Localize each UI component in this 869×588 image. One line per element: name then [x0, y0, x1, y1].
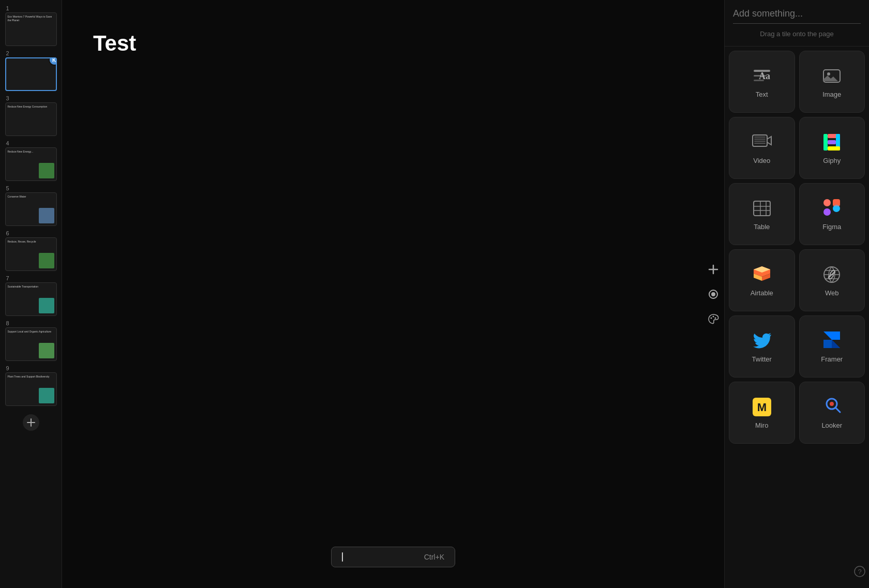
- tile-text[interactable]: Aa Text: [729, 51, 795, 113]
- svg-point-5: [711, 292, 715, 296]
- slide-thumb-text: Eco Warriors 7 Powerful Ways to Save the…: [6, 13, 56, 46]
- image-icon: [821, 66, 842, 86]
- slide-item[interactable]: 1Eco Warriors 7 Powerful Ways to Save th…: [5, 5, 57, 46]
- slide-thumb-text: Reduce New Energy Consumption: [6, 103, 56, 135]
- figma-icon: [822, 198, 841, 219]
- slide-thumbnail-image: [39, 208, 54, 223]
- looker-icon: [821, 397, 842, 417]
- tile-figma[interactable]: Figma: [799, 183, 865, 245]
- tile-airtable[interactable]: Airtable: [729, 249, 795, 311]
- tile-looker[interactable]: Looker: [799, 382, 865, 444]
- svg-rect-24: [828, 146, 840, 150]
- slide-item[interactable]: 7Sustainable Transportation: [5, 275, 57, 316]
- slide-thumbnail[interactable]: K: [5, 57, 57, 91]
- tile-video[interactable]: Video: [729, 117, 795, 179]
- svg-point-8: [715, 317, 716, 319]
- slide-item[interactable]: 8Support Local and Organic Agriculture: [5, 320, 57, 361]
- right-toolbar: [705, 261, 722, 327]
- slide-thumbnail[interactable]: Reduce New Energy...: [5, 147, 57, 181]
- figma-label: Figma: [822, 223, 841, 231]
- svg-rect-31: [823, 208, 831, 216]
- tile-twitter[interactable]: Twitter: [729, 315, 795, 378]
- slide-thumbnail[interactable]: Plant Trees and Support Biodiversity: [5, 372, 57, 406]
- help-button[interactable]: ?: [853, 565, 866, 578]
- slide-number: 1: [5, 5, 57, 11]
- slide-thumbnail[interactable]: Sustainable Transportation: [5, 282, 57, 316]
- add-something-search[interactable]: [733, 8, 861, 24]
- airtable-label: Airtable: [751, 289, 773, 297]
- video-label: Video: [753, 157, 770, 164]
- slide-thumbnail-image: [39, 253, 54, 268]
- svg-point-43: [830, 402, 834, 406]
- slide-thumbnail[interactable]: Reduce New Energy Consumption: [5, 102, 57, 136]
- tile-miro[interactable]: M Miro: [729, 382, 795, 444]
- svg-rect-25: [754, 201, 770, 216]
- add-slide-button[interactable]: [23, 414, 39, 431]
- add-tiles-panel: Drag a tile onto the page Aa Text Image …: [724, 0, 869, 588]
- svg-rect-18: [754, 141, 766, 142]
- slide-item[interactable]: 6Reduce, Reuse, Recycle: [5, 230, 57, 271]
- slide-title: Test: [93, 31, 136, 56]
- slide-thumbnail-image: [39, 388, 54, 403]
- twitter-icon: [752, 330, 772, 351]
- web-icon: [821, 264, 842, 285]
- command-shortcut: Ctrl+K: [424, 553, 444, 561]
- slide-number: 5: [5, 185, 57, 191]
- miro-icon: M: [752, 397, 772, 417]
- airtable-icon: [752, 264, 772, 285]
- framer-icon: [822, 330, 841, 351]
- svg-point-14: [827, 72, 830, 76]
- giphy-icon: [821, 132, 842, 153]
- giphy-label: Giphy: [823, 157, 841, 164]
- svg-rect-19: [754, 143, 766, 144]
- svg-point-6: [711, 317, 712, 319]
- slide-thumbnail[interactable]: Reduce, Reuse, Recycle: [5, 237, 57, 271]
- record-toolbar-button[interactable]: [705, 286, 722, 303]
- slide-panel: 1Eco Warriors 7 Powerful Ways to Save th…: [0, 0, 62, 588]
- tile-table[interactable]: Table: [729, 183, 795, 245]
- looker-label: Looker: [821, 421, 842, 429]
- slide-item[interactable]: 3Reduce New Energy Consumption: [5, 95, 57, 136]
- svg-rect-17: [754, 139, 766, 140]
- tile-web[interactable]: Web: [799, 249, 865, 311]
- slide-number: 9: [5, 365, 57, 371]
- svg-rect-34: [833, 199, 840, 206]
- image-label: Image: [822, 91, 841, 98]
- slide-number: 4: [5, 140, 57, 146]
- slide-item[interactable]: 4Reduce New Energy...: [5, 140, 57, 181]
- panel-header: Drag a tile onto the page: [725, 0, 869, 47]
- slide-thumbnail[interactable]: Conserve Water: [5, 192, 57, 226]
- cursor: [342, 552, 343, 562]
- slide-item[interactable]: 5Conserve Water: [5, 185, 57, 226]
- slide-item[interactable]: 9Plant Trees and Support Biodiversity: [5, 365, 57, 406]
- slide-number: 6: [5, 230, 57, 236]
- miro-label: Miro: [755, 421, 768, 429]
- tile-framer[interactable]: Framer: [799, 315, 865, 378]
- svg-text:?: ?: [858, 568, 861, 576]
- slide-thumbnail[interactable]: Support Local and Organic Agriculture: [5, 327, 57, 361]
- slide-number: 3: [5, 95, 57, 101]
- svg-text:M: M: [757, 401, 767, 414]
- slide-number: 2: [5, 50, 57, 56]
- add-toolbar-button[interactable]: [705, 261, 722, 278]
- table-label: Table: [754, 223, 770, 231]
- command-bar[interactable]: Ctrl+K: [331, 547, 455, 567]
- text-icon: Aa: [752, 66, 772, 86]
- slide-thumbnail-image: [39, 343, 54, 358]
- table-icon: [752, 198, 772, 219]
- slide-thumbnail-image: [39, 163, 54, 178]
- avatar: K: [49, 57, 57, 66]
- palette-toolbar-button[interactable]: [705, 311, 722, 327]
- canvas-area: Test Ctrl+K: [62, 0, 724, 588]
- svg-rect-16: [754, 137, 766, 138]
- svg-text:Aa: Aa: [759, 71, 770, 81]
- slide-thumbnail[interactable]: Eco Warriors 7 Powerful Ways to Save the…: [5, 12, 57, 46]
- twitter-label: Twitter: [752, 355, 772, 363]
- svg-point-7: [713, 315, 714, 317]
- slide-number: 8: [5, 320, 57, 326]
- svg-rect-22: [828, 140, 836, 144]
- slide-thumbnail-image: [39, 298, 54, 313]
- tile-giphy[interactable]: Giphy: [799, 117, 865, 179]
- tile-image[interactable]: Image: [799, 51, 865, 113]
- slide-item[interactable]: 2K: [5, 50, 57, 91]
